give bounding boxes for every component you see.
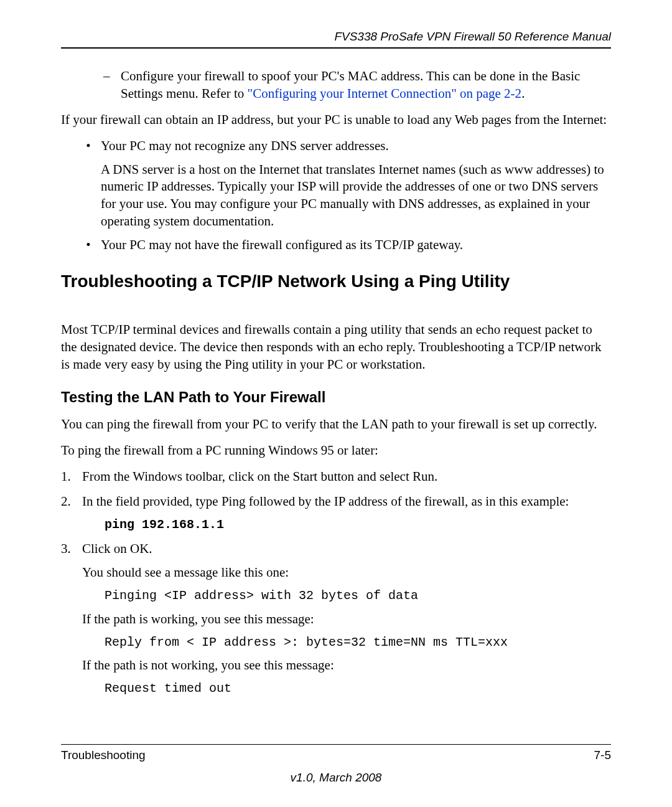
dash-list: – Configure your firewall to spoof your … xyxy=(61,67,611,103)
rule-bottom xyxy=(61,744,611,745)
bullet-sub: A DNS server is a host on the Internet t… xyxy=(101,161,611,231)
bullet-content: Your PC may not recognize any DNS server… xyxy=(101,138,611,231)
dash-content: Configure your firewall to spoof your PC… xyxy=(121,67,611,103)
cross-ref-link[interactable]: "Configuring your Internet Connection" o… xyxy=(248,86,522,101)
step-number: 3. xyxy=(61,540,82,703)
bullet-list: • Your PC may not recognize any DNS serv… xyxy=(61,138,611,255)
code-sample: Reply from < IP address >: bytes=32 time… xyxy=(105,635,611,651)
bullet-item: • Your PC may not have the firewall conf… xyxy=(81,237,611,254)
step-para: If the path is working, you see this mes… xyxy=(82,611,611,628)
bullet-lead: Your PC may not have the firewall config… xyxy=(101,237,611,254)
footer-row: Troubleshooting 7-5 xyxy=(61,748,611,762)
dash-item: – Configure your firewall to spoof your … xyxy=(103,67,611,103)
step-number: 2. xyxy=(61,493,82,534)
page: FVS338 ProSafe VPN Firewall 50 Reference… xyxy=(0,0,672,807)
bullet-mark: • xyxy=(81,138,101,231)
step-body: Click on OK. You should see a message li… xyxy=(82,540,611,703)
bullet-mark: • xyxy=(81,237,101,254)
running-header: FVS338 ProSafe VPN Firewall 50 Reference… xyxy=(61,30,611,44)
step-3: 3. Click on OK. You should see a message… xyxy=(61,540,611,703)
step-body: In the field provided, type Ping followe… xyxy=(82,493,611,534)
code-sample-bold: ping 192.168.1.1 xyxy=(105,517,611,534)
numbered-list: 1. From the Windows toolbar, click on th… xyxy=(61,468,611,704)
bullet-content: Your PC may not have the firewall config… xyxy=(101,237,611,254)
step-2: 2. In the field provided, type Ping foll… xyxy=(61,493,611,534)
step-1: 1. From the Windows toolbar, click on th… xyxy=(61,468,611,486)
step-text: In the field provided, type Ping followe… xyxy=(82,493,611,511)
rule-top xyxy=(61,47,611,49)
step-text: Click on OK. xyxy=(82,540,611,558)
section-heading: Troubleshooting a TCP/IP Network Using a… xyxy=(61,271,611,291)
step-number: 1. xyxy=(61,468,82,486)
paragraph: Most TCP/IP terminal devices and firewal… xyxy=(61,321,611,374)
bullet-lead: Your PC may not recognize any DNS server… xyxy=(101,138,611,155)
step-para: You should see a message like this one: xyxy=(82,564,611,582)
dash-mark: – xyxy=(103,67,121,103)
code-sample: Pinging <IP address> with 32 bytes of da… xyxy=(105,588,611,605)
paragraph: To ping the firewall from a PC running W… xyxy=(61,442,611,460)
footer-version: v1.0, March 2008 xyxy=(61,771,611,785)
footer-left: Troubleshooting xyxy=(61,748,146,762)
bullet-item: • Your PC may not recognize any DNS serv… xyxy=(81,138,611,231)
subsection-heading: Testing the LAN Path to Your Firewall xyxy=(61,389,611,406)
footer-page-number: 7-5 xyxy=(594,748,611,762)
paragraph: If your firewall can obtain an IP addres… xyxy=(61,111,611,129)
step-body: From the Windows toolbar, click on the S… xyxy=(82,468,611,486)
code-sample: Request timed out xyxy=(105,681,611,697)
step-para: If the path is not working, you see this… xyxy=(82,657,611,674)
paragraph: You can ping the firewall from your PC t… xyxy=(61,416,611,433)
dash-text-post: . xyxy=(521,86,525,101)
footer: Troubleshooting 7-5 v1.0, March 2008 xyxy=(61,727,611,785)
